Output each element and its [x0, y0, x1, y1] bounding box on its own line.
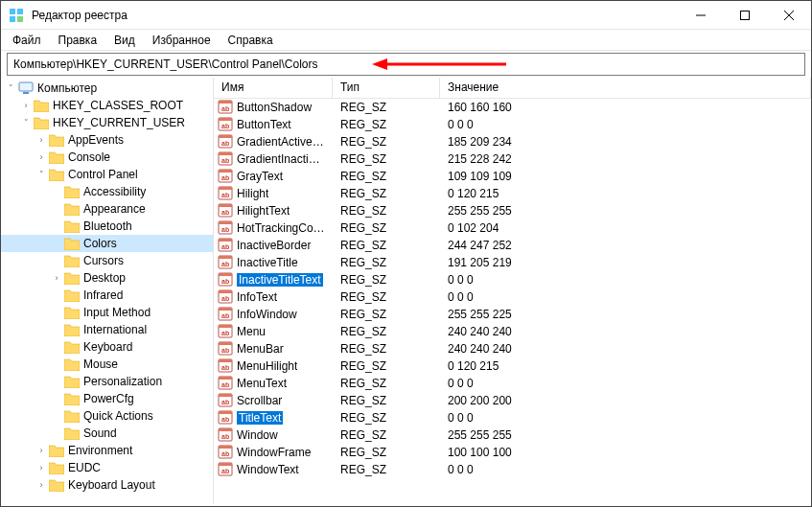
tree-item-appearance[interactable]: Appearance [1, 200, 213, 218]
expander-icon[interactable] [51, 220, 62, 232]
tree-item-personalization[interactable]: Personalization [1, 373, 213, 390]
expander-icon[interactable]: › [35, 134, 47, 146]
tree-item-international[interactable]: International [1, 321, 213, 338]
svg-rect-67 [219, 411, 232, 414]
content-area: ˅Компьютер›HKEY_CLASSES_ROOT˅HKEY_CURREN… [1, 78, 811, 504]
tree-item-keyboard[interactable]: Keyboard [1, 338, 213, 356]
tree-item-bluetooth[interactable]: Bluetooth [1, 218, 213, 235]
tree-item-control-panel[interactable]: ˅Control Panel [1, 166, 213, 183]
string-value-icon: ab [218, 461, 233, 479]
svg-rect-52 [219, 325, 232, 328]
tree-root[interactable]: ˅Компьютер [1, 80, 213, 97]
registry-value-row[interactable]: abWindowTextREG_SZ0 0 0 [214, 461, 811, 478]
expander-icon[interactable]: › [35, 462, 47, 473]
expander-icon[interactable]: › [35, 445, 47, 456]
maximize-button[interactable] [723, 1, 767, 29]
tree-item-desktop[interactable]: ›Desktop [1, 269, 213, 287]
expander-icon[interactable] [51, 376, 62, 387]
svg-text:ab: ab [221, 295, 229, 302]
list-view[interactable]: Имя Тип Значение abButtonShadowREG_SZ160… [214, 78, 811, 504]
value-type: REG_SZ [333, 443, 440, 462]
expander-icon[interactable] [51, 238, 62, 249]
menu-file[interactable]: Файл [5, 32, 49, 49]
window-title: Редактор реестра [32, 9, 679, 22]
svg-text:ab: ab [221, 226, 229, 233]
svg-rect-43 [219, 273, 232, 276]
tree-item-eudc[interactable]: ›EUDC [1, 459, 213, 476]
tree-item-infrared[interactable]: Infrared [1, 287, 213, 304]
expander-icon[interactable]: ˅ [20, 117, 32, 128]
svg-rect-28 [219, 187, 232, 190]
svg-rect-25 [219, 170, 232, 173]
value-data: 109 109 109 [440, 167, 811, 186]
value-type: REG_SZ [333, 460, 440, 479]
expander-icon[interactable] [51, 427, 62, 439]
expander-icon[interactable] [51, 203, 62, 215]
tree-item-quick-actions[interactable]: Quick Actions [1, 407, 213, 425]
tree-item-colors[interactable]: Colors [1, 235, 213, 252]
minimize-button[interactable] [679, 1, 723, 29]
expander-icon[interactable] [51, 324, 62, 335]
column-header-name[interactable]: Имя [214, 78, 333, 98]
value-type: REG_SZ [333, 167, 440, 186]
expander-icon[interactable] [51, 341, 62, 353]
tree-item-console[interactable]: ›Console [1, 149, 213, 166]
expander-icon[interactable]: › [20, 100, 32, 111]
menu-view[interactable]: Вид [106, 32, 143, 49]
svg-rect-0 [10, 9, 15, 14]
expander-icon[interactable] [51, 186, 62, 197]
svg-text:ab: ab [221, 192, 229, 198]
tree-label: EUDC [68, 461, 101, 474]
value-data: 185 209 234 [440, 132, 811, 151]
svg-text:ab: ab [221, 140, 229, 147]
tree-label: Sound [83, 426, 117, 440]
value-data: 0 102 204 [440, 219, 811, 238]
svg-text:ab: ab [221, 399, 229, 405]
tree-item-sound[interactable]: Sound [1, 425, 213, 442]
tree-item-accessibility[interactable]: Accessibility [1, 183, 213, 200]
menu-edit[interactable]: Правка [51, 32, 105, 49]
tree-item-appevents[interactable]: ›AppEvents [1, 131, 213, 149]
menu-help[interactable]: Справка [220, 32, 281, 49]
column-header-value[interactable]: Значение [440, 78, 811, 98]
value-data: 0 0 0 [440, 288, 811, 307]
value-data: 160 160 160 [440, 98, 811, 117]
value-data: 191 205 219 [440, 253, 811, 272]
expander-icon[interactable] [51, 255, 62, 266]
value-type: REG_SZ [333, 201, 440, 220]
tree-label: Keyboard Layout [68, 478, 155, 492]
close-button[interactable] [767, 1, 811, 29]
svg-rect-73 [219, 446, 232, 449]
expander-icon[interactable] [51, 358, 62, 370]
expander-icon[interactable] [51, 393, 62, 404]
tree-item-keyboard-layout[interactable]: ›Keyboard Layout [1, 476, 213, 494]
expander-icon[interactable]: › [35, 151, 47, 163]
expander-icon[interactable] [51, 307, 62, 318]
tree-item-input-method[interactable]: Input Method [1, 304, 213, 321]
tree-label: Control Panel [68, 168, 138, 181]
value-type: REG_SZ [333, 322, 440, 341]
expander-icon[interactable]: ˅ [35, 169, 47, 180]
expander-icon[interactable]: › [51, 272, 62, 284]
tree-view[interactable]: ˅Компьютер›HKEY_CLASSES_ROOT˅HKEY_CURREN… [1, 78, 214, 504]
expander-icon[interactable]: › [35, 479, 47, 491]
expander-icon[interactable] [51, 289, 62, 301]
svg-rect-16 [219, 118, 232, 121]
address-bar[interactable]: Компьютер\HKEY_CURRENT_USER\Control Pane… [7, 53, 805, 76]
value-type: REG_SZ [333, 270, 440, 289]
svg-text:ab: ab [221, 347, 229, 354]
tree-hkcr[interactable]: ›HKEY_CLASSES_ROOT [1, 97, 213, 114]
value-type: REG_SZ [333, 426, 440, 445]
tree-hkcu[interactable]: ˅HKEY_CURRENT_USER [1, 114, 213, 131]
expander-icon[interactable] [51, 410, 62, 422]
window-controls [679, 1, 811, 29]
tree-item-powercfg[interactable]: PowerCfg [1, 390, 213, 407]
tree-item-cursors[interactable]: Cursors [1, 252, 213, 269]
tree-item-mouse[interactable]: Mouse [1, 356, 213, 373]
value-data: 0 0 0 [440, 460, 811, 479]
menu-favorites[interactable]: Избранное [145, 32, 219, 49]
tree-item-environment[interactable]: ›Environment [1, 442, 213, 459]
svg-text:ab: ab [221, 261, 229, 267]
column-header-type[interactable]: Тип [333, 78, 440, 98]
expander-icon[interactable]: ˅ [5, 82, 16, 94]
